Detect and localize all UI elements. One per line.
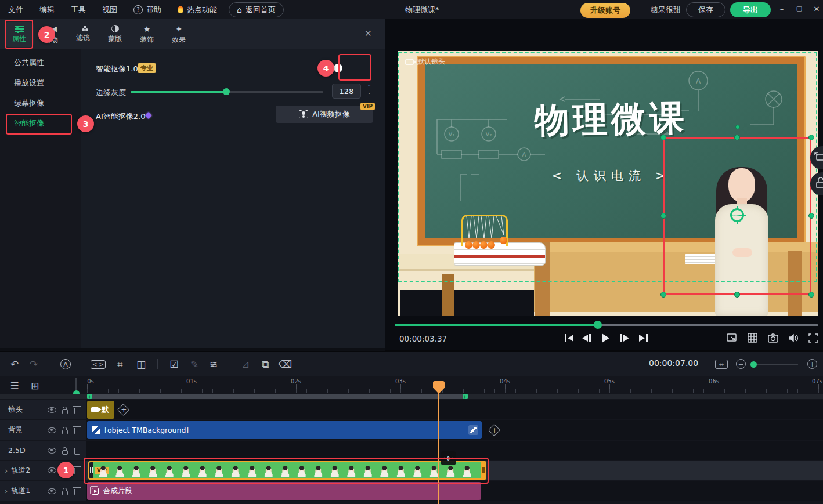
back-home-button[interactable]: ⌂ 返回首页 [229, 2, 284, 17]
trash-icon[interactable] [74, 448, 80, 455]
fit-timeline-icon[interactable]: ↔ [715, 360, 728, 369]
expand-chevron-icon[interactable]: › [5, 487, 8, 495]
trash-icon[interactable] [74, 428, 80, 434]
timeline-scrollbar[interactable]: ‖ ‖ [0, 394, 823, 399]
sidebar-item-common[interactable]: 公共属性 [0, 53, 81, 72]
paint-brush-icon[interactable]: ⊿ [239, 357, 252, 371]
lock-tool-button[interactable] [810, 172, 823, 195]
scale-tool-button[interactable] [810, 146, 823, 169]
ai-video-matting-label: AI视频抠像 [312, 109, 350, 119]
edge-gray-stepper[interactable]: ⌃⌄ [365, 84, 373, 99]
add-track-icon[interactable]: ⊞ [28, 379, 42, 393]
edge-gray-slider-knob[interactable] [223, 88, 230, 95]
snapshot-camera-icon[interactable] [767, 333, 779, 343]
composite-clip[interactable]: 合成片段 [87, 482, 481, 500]
save-button[interactable]: 保存 [686, 2, 725, 17]
scroll-handle-left[interactable]: ‖ [87, 394, 92, 399]
tab-filter[interactable]: 滤镜 [68, 22, 98, 47]
previous-frame-button[interactable] [582, 332, 591, 344]
lock-icon[interactable] [62, 430, 68, 434]
panel-close-icon[interactable]: ✕ [364, 28, 372, 39]
trash-icon[interactable] [74, 408, 80, 414]
edit-clip-icon[interactable]: ✎ [187, 357, 201, 371]
visibility-icon[interactable] [48, 427, 56, 433]
tab-decoration[interactable]: ★ 装饰 [132, 22, 161, 47]
playhead-line[interactable] [438, 386, 439, 504]
upgrade-account-button[interactable]: 升级账号 [580, 3, 630, 18]
code-clip-icon[interactable]: < > [91, 357, 105, 371]
layers-icon[interactable]: ≋ [207, 357, 221, 371]
trash-icon[interactable] [74, 468, 80, 474]
crop-icon[interactable]: ⌗ [113, 357, 127, 371]
scroll-handle-right[interactable]: ‖ [463, 394, 468, 399]
tab-effects[interactable]: ✦ 效果 [164, 22, 193, 47]
window-minimize-button[interactable]: – [773, 5, 790, 13]
export-button[interactable]: 导出 [730, 2, 771, 17]
edge-gray-input[interactable]: 128 [332, 84, 361, 99]
menu-help[interactable]: ? 帮助 [125, 5, 169, 15]
resize-display-icon[interactable] [726, 333, 738, 343]
lock-icon[interactable] [62, 491, 68, 495]
annotation-box-properties [5, 20, 33, 49]
skip-to-start-button[interactable] [565, 332, 573, 344]
undo-icon[interactable]: ↶ [8, 357, 21, 371]
track-height-slider[interactable] [75, 378, 77, 394]
handle-top-left[interactable] [660, 135, 666, 140]
timeline-zoom-slider[interactable] [752, 364, 798, 365]
grid-icon[interactable] [747, 333, 759, 343]
handle-mid-right[interactable] [808, 213, 814, 219]
window-maximize-button[interactable]: ▢ [790, 5, 808, 12]
track-manager-icon[interactable]: ☰ [8, 379, 21, 393]
menu-file[interactable]: 文件 [0, 5, 31, 15]
camera-icon [405, 59, 414, 65]
menu-hot-features[interactable]: 热点功能 [169, 5, 225, 15]
visibility-icon[interactable] [48, 448, 56, 454]
ruler-minor-ticks [87, 389, 823, 393]
handle-top-center[interactable] [734, 135, 740, 140]
preview-seekbar-knob[interactable] [594, 321, 602, 329]
annotation-step-4: 4 [317, 60, 334, 77]
visibility-icon[interactable] [48, 467, 56, 473]
duplicate-icon[interactable]: ⧉ [258, 357, 272, 371]
lock-icon[interactable] [62, 409, 68, 414]
expand-chevron-icon[interactable]: › [5, 466, 8, 475]
track-1: › 轨道1 合成片段 [0, 481, 823, 501]
camera-clip-icon [91, 407, 99, 412]
fullscreen-icon[interactable] [808, 333, 820, 343]
menu-tools[interactable]: 工具 [63, 5, 94, 15]
timeline-zoom-knob[interactable] [750, 361, 757, 368]
handle-bottom-left[interactable] [660, 292, 666, 298]
auto-record-icon[interactable]: A [59, 357, 73, 371]
handle-bottom-center[interactable] [734, 292, 740, 298]
handle-mid-left[interactable] [660, 213, 666, 219]
lock-icon[interactable] [62, 450, 68, 455]
handle-bottom-right[interactable] [808, 292, 814, 298]
sidebar-item-playback[interactable]: 播放设置 [0, 73, 81, 93]
handle-top-right[interactable] [808, 135, 814, 140]
background-clip[interactable]: [object TMBackground] [87, 421, 482, 439]
timeline-scroll-window[interactable] [87, 394, 468, 399]
rotate-handle[interactable] [735, 125, 740, 129]
ai-video-matting-button[interactable]: AI视频抠像 VIP [276, 106, 373, 123]
window-close-button[interactable]: ✕ [808, 5, 823, 13]
camera-clip[interactable]: 默 [87, 401, 114, 419]
next-frame-button[interactable] [620, 332, 629, 344]
filter-icon [82, 28, 85, 31]
preview-check-icon[interactable]: ☑ [167, 357, 181, 371]
trash-icon[interactable] [74, 489, 80, 495]
play-button[interactable] [602, 332, 609, 344]
menu-edit[interactable]: 编辑 [31, 5, 63, 15]
skip-to-end-button[interactable] [639, 332, 648, 344]
redo-icon[interactable]: ↷ [27, 357, 41, 371]
center-anchor-target[interactable] [730, 208, 744, 222]
delete-icon[interactable]: ⌫ [278, 357, 292, 371]
visibility-icon[interactable] [48, 407, 56, 413]
menu-view[interactable]: 视图 [94, 5, 125, 15]
sidebar-item-greenscreen[interactable]: 绿幕抠像 [0, 93, 81, 113]
tab-mask[interactable]: 蒙版 [100, 22, 129, 47]
volume-icon[interactable] [788, 333, 799, 343]
zoom-out-icon[interactable]: − [736, 359, 746, 369]
zoom-in-icon[interactable]: + [807, 359, 817, 369]
split-icon[interactable]: ◫ [134, 357, 148, 371]
visibility-icon[interactable] [48, 488, 56, 494]
